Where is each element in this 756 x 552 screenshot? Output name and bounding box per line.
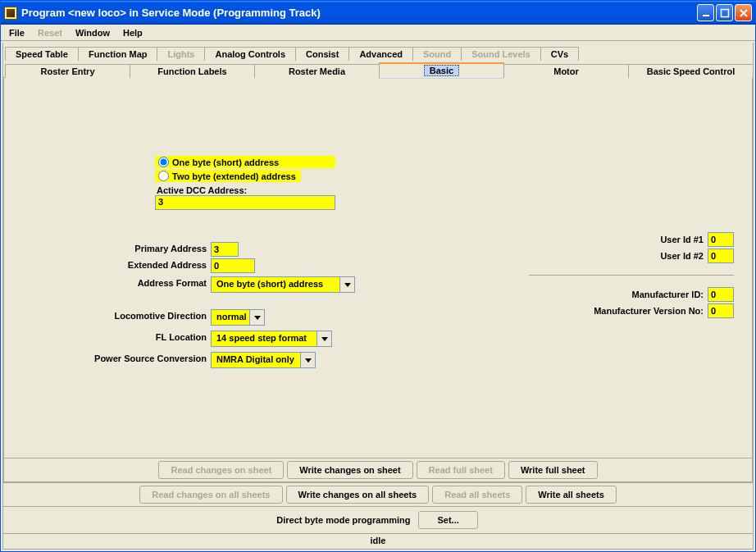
- write-all-sheets-button[interactable]: Write all sheets: [526, 486, 617, 504]
- tab-cvs[interactable]: CVs: [540, 47, 579, 61]
- set-button[interactable]: Set...: [418, 511, 477, 529]
- menubar: File Reset Window Help: [1, 25, 755, 41]
- app-icon: [4, 7, 17, 20]
- tabrow-upper: Speed Table Function Map Lights Analog C…: [3, 43, 753, 61]
- status-bar: idle: [3, 533, 753, 549]
- tab-area: Speed Table Function Map Lights Analog C…: [2, 43, 754, 550]
- menu-reset: Reset: [31, 26, 69, 39]
- tab-advanced[interactable]: Advanced: [348, 47, 413, 61]
- minimize-button[interactable]: [697, 4, 714, 21]
- radio-extended-address[interactable]: Two byte (extended) address: [155, 170, 301, 182]
- fl-location-combo[interactable]: 14 speed step format: [211, 331, 332, 347]
- chevron-down-icon[interactable]: [340, 276, 355, 293]
- svg-rect-1: [721, 9, 728, 16]
- tab-pane-basic: One byte (short) address Two byte (exten…: [3, 77, 753, 482]
- tab-basic-speed-control[interactable]: Basic Speed Control: [628, 64, 754, 78]
- tabrow-lower: Roster Entry Function Labels Roster Medi…: [3, 60, 753, 78]
- read-changes-sheet-button: Read changes on sheet: [158, 461, 284, 479]
- address-format-combo[interactable]: One byte (short) address: [211, 276, 355, 293]
- radio-short-address[interactable]: One byte (short) address: [155, 156, 335, 168]
- primary-address-label: Primary Address: [134, 244, 207, 253]
- tab-motor[interactable]: Motor: [503, 64, 629, 78]
- window-title: Program <new loco> in Service Mode (Prog…: [21, 7, 697, 19]
- radio-short-address-input[interactable]: [158, 157, 169, 167]
- radio-extended-address-input[interactable]: [158, 171, 169, 181]
- user-id-2-label: User Id #2: [529, 251, 704, 261]
- tab-consist[interactable]: Consist: [295, 47, 349, 61]
- extended-address-input[interactable]: [211, 258, 255, 273]
- tab-sound-levels: Sound Levels: [461, 47, 541, 61]
- manufacturer-id-label: Manufacturer ID:: [529, 290, 704, 299]
- tab-basic[interactable]: Basic: [379, 62, 504, 78]
- divider: [529, 275, 734, 276]
- programming-mode-row: Direct byte mode programming Set...: [3, 506, 753, 533]
- locomotive-direction-label: Locomotive Direction: [115, 311, 207, 321]
- locomotive-direction-combo[interactable]: normal: [211, 309, 265, 326]
- write-changes-all-button[interactable]: Write changes on all sheets: [286, 486, 430, 504]
- read-full-sheet-button: Read full sheet: [417, 461, 505, 479]
- read-changes-all-button: Read changes on all sheets: [139, 486, 282, 504]
- address-mode-group: One byte (short) address Two byte (exten…: [155, 155, 335, 210]
- menu-help[interactable]: Help: [116, 26, 149, 39]
- manufacturer-version-input[interactable]: [708, 303, 734, 318]
- app-window: Program <new loco> in Service Mode (Prog…: [0, 0, 756, 552]
- active-address-value: 3: [155, 195, 335, 210]
- chevron-down-icon[interactable]: [317, 331, 332, 347]
- user-id-2-input[interactable]: [708, 249, 734, 263]
- power-source-label: Power Source Conversion: [94, 354, 207, 363]
- programming-mode-label: Direct byte mode programming: [276, 515, 410, 525]
- user-id-1-label: User Id #1: [529, 235, 704, 244]
- tab-analog-controls[interactable]: Analog Controls: [204, 47, 296, 61]
- fl-location-label: FL Location: [156, 332, 207, 342]
- tab-function-labels[interactable]: Function Labels: [130, 64, 255, 78]
- primary-address-input[interactable]: [211, 242, 239, 257]
- svg-rect-0: [703, 15, 709, 16]
- address-format-label: Address Format: [138, 278, 207, 288]
- tab-function-map[interactable]: Function Map: [78, 47, 158, 61]
- menu-window[interactable]: Window: [69, 26, 116, 39]
- chevron-down-icon[interactable]: [301, 352, 316, 368]
- pane-body: One byte (short) address Two byte (exten…: [4, 78, 752, 458]
- tab-roster-media[interactable]: Roster Media: [254, 64, 380, 78]
- maximize-button[interactable]: [716, 4, 733, 21]
- window-buttons: [697, 4, 752, 21]
- right-column: User Id #1 User Id #2 Manufacturer ID: M…: [529, 232, 734, 320]
- close-button[interactable]: [735, 4, 752, 21]
- tab-roster-entry[interactable]: Roster Entry: [5, 64, 130, 78]
- sheet-button-row: Read changes on sheet Write changes on s…: [4, 458, 752, 481]
- tab-sound: Sound: [412, 47, 462, 61]
- user-id-1-input[interactable]: [708, 232, 734, 247]
- power-source-combo[interactable]: NMRA Digital only: [211, 352, 316, 368]
- titlebar: Program <new loco> in Service Mode (Prog…: [1, 1, 755, 25]
- write-full-sheet-button[interactable]: Write full sheet: [508, 461, 598, 479]
- write-changes-sheet-button[interactable]: Write changes on sheet: [287, 461, 412, 479]
- manufacturer-id-input[interactable]: [708, 287, 734, 302]
- read-all-sheets-button: Read all sheets: [432, 486, 522, 504]
- all-sheets-button-row: Read changes on all sheets Write changes…: [3, 482, 753, 506]
- tab-lights: Lights: [157, 47, 205, 61]
- menu-file[interactable]: File: [2, 26, 31, 39]
- active-address-label: Active DCC Address:: [155, 185, 335, 195]
- extended-address-label: Extended Address: [128, 260, 207, 270]
- tab-speed-table[interactable]: Speed Table: [5, 47, 79, 61]
- chevron-down-icon[interactable]: [250, 309, 265, 326]
- manufacturer-version-label: Manufacturer Version No:: [529, 306, 704, 316]
